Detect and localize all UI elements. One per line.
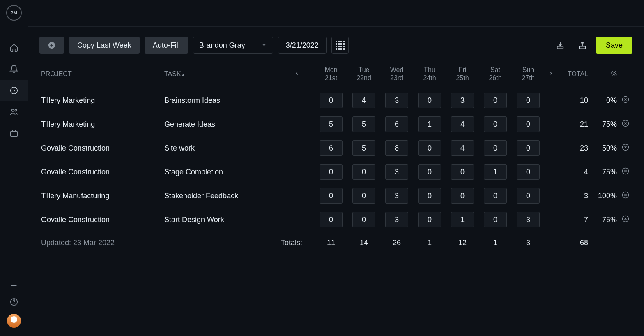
auto-fill-button[interactable]: Auto-Fill (145, 37, 188, 54)
nav-timesheet[interactable] (0, 80, 28, 101)
date-input[interactable]: 3/21/2022 (278, 37, 327, 54)
calendar-button[interactable] (331, 37, 349, 54)
row-total: 10 (557, 88, 590, 113)
hours-input[interactable] (517, 164, 540, 180)
hours-input[interactable] (484, 140, 507, 156)
hours-input[interactable] (517, 212, 540, 227)
row-total: 4 (557, 160, 590, 184)
hours-input[interactable] (385, 116, 408, 132)
hours-input[interactable] (451, 93, 474, 108)
hours-input[interactable] (451, 164, 474, 180)
hours-input[interactable] (484, 164, 507, 180)
user-avatar[interactable] (7, 314, 21, 328)
save-button[interactable]: Save (596, 37, 632, 54)
delete-row-icon[interactable] (621, 119, 630, 127)
hours-input[interactable] (517, 140, 540, 156)
prev-week-button[interactable] (279, 60, 315, 88)
hours-input[interactable] (320, 212, 343, 227)
delete-row-icon[interactable] (621, 215, 630, 223)
header-project[interactable]: PROJECT (39, 60, 163, 88)
task-cell: Stakeholder Feedback (163, 184, 279, 208)
header-day-3: Thu24th (413, 60, 446, 88)
row-total: 7 (557, 208, 590, 232)
totals-label: Totals: (279, 232, 315, 254)
hours-input[interactable] (418, 140, 441, 156)
header-day-0: Mon21st (315, 60, 347, 88)
svg-rect-3 (10, 131, 17, 136)
total-day-0: 11 (315, 232, 347, 254)
row-percent: 0% (590, 88, 619, 113)
hours-input[interactable] (418, 116, 441, 132)
delete-row-icon[interactable] (621, 191, 630, 199)
hours-input[interactable] (352, 140, 375, 156)
calendar-icon (336, 41, 345, 50)
nav-home[interactable] (0, 37, 28, 58)
user-select-value: Brandon Gray (199, 41, 245, 50)
clock-icon (9, 86, 18, 95)
hours-input[interactable] (320, 116, 343, 132)
row-percent: 75% (590, 112, 619, 136)
hours-input[interactable] (517, 93, 540, 108)
nav-team[interactable] (0, 101, 28, 123)
copy-last-week-button[interactable]: Copy Last Week (69, 37, 140, 54)
project-cell: Govalle Construction (39, 160, 163, 184)
hours-input[interactable] (484, 116, 507, 132)
header-task[interactable]: TASK▴ (163, 60, 279, 88)
hours-input[interactable] (352, 188, 375, 204)
hours-input[interactable] (385, 188, 408, 204)
svg-point-2 (15, 109, 17, 111)
hours-input[interactable] (484, 212, 507, 227)
hours-input[interactable] (320, 93, 343, 108)
nav-add[interactable] (0, 281, 28, 290)
hours-input[interactable] (320, 164, 343, 180)
hours-input[interactable] (385, 140, 408, 156)
project-cell: Tillery Manufacturing (39, 184, 163, 208)
nav-help[interactable] (0, 297, 28, 306)
home-icon (9, 43, 18, 52)
add-entry-button[interactable] (39, 37, 64, 54)
hours-input[interactable] (352, 116, 375, 132)
hours-input[interactable] (484, 93, 507, 108)
people-icon (9, 107, 18, 116)
project-cell: Tillery Marketing (39, 112, 163, 136)
hours-input[interactable] (484, 188, 507, 204)
hours-input[interactable] (385, 164, 408, 180)
hours-input[interactable] (352, 93, 375, 108)
user-select[interactable]: Brandon Gray (193, 37, 273, 54)
hours-input[interactable] (352, 212, 375, 227)
nav-projects[interactable] (0, 123, 28, 144)
plus-icon (9, 281, 18, 290)
hours-input[interactable] (352, 164, 375, 180)
hours-input[interactable] (517, 188, 540, 204)
hours-input[interactable] (320, 188, 343, 204)
header-day-1: Tue22nd (347, 60, 380, 88)
delete-row-icon[interactable] (621, 167, 630, 175)
hours-input[interactable] (451, 188, 474, 204)
hours-input[interactable] (451, 116, 474, 132)
hours-input[interactable] (451, 212, 474, 227)
hours-input[interactable] (418, 188, 441, 204)
hours-input[interactable] (385, 212, 408, 227)
import-button[interactable] (552, 37, 569, 54)
hours-input[interactable] (418, 164, 441, 180)
hours-input[interactable] (517, 116, 540, 132)
row-percent: 100% (590, 184, 619, 208)
hours-input[interactable] (451, 140, 474, 156)
date-value: 3/21/2022 (286, 41, 319, 50)
next-week-button[interactable] (545, 60, 557, 88)
delete-row-icon[interactable] (621, 95, 630, 104)
hours-input[interactable] (418, 212, 441, 227)
export-button[interactable] (574, 37, 591, 54)
total-day-1: 14 (347, 232, 380, 254)
row-percent: 75% (590, 208, 619, 232)
table-row: Tillery MarketingGenerate Ideas2175% (39, 112, 632, 136)
task-cell: Stage Completion (163, 160, 279, 184)
hours-input[interactable] (385, 93, 408, 108)
header-percent: % (590, 60, 619, 88)
task-cell: Start Design Work (163, 208, 279, 232)
hours-input[interactable] (418, 93, 441, 108)
row-percent: 50% (590, 136, 619, 160)
nav-notifications[interactable] (0, 58, 28, 80)
delete-row-icon[interactable] (621, 143, 630, 151)
hours-input[interactable] (320, 140, 343, 156)
